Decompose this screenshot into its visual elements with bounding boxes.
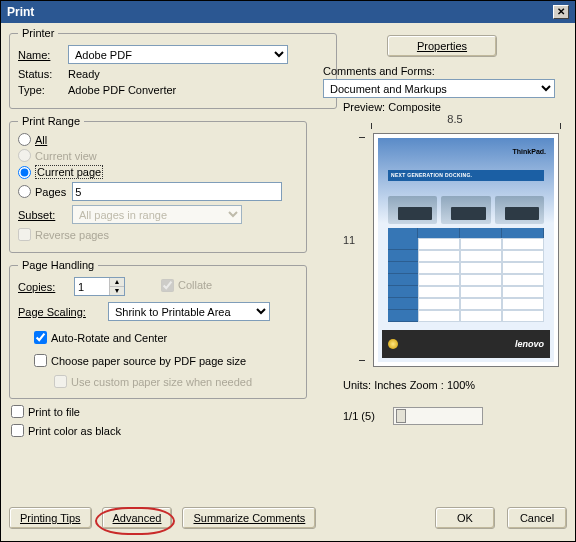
comments-select[interactable]: Document and Markups xyxy=(323,79,555,98)
doc-banner: NEXT GENERATION DOCKING. xyxy=(388,170,544,180)
custom-paper-label: Use custom paper size when needed xyxy=(71,376,252,388)
range-pages-input[interactable] xyxy=(72,182,282,201)
print-range-group: Print Range All Current view Current pag… xyxy=(9,115,307,253)
type-value: Adobe PDF Converter xyxy=(68,84,176,96)
status-label: Status: xyxy=(18,68,62,80)
spinner-up-icon[interactable]: ▲ xyxy=(110,278,124,287)
reverse-pages-check xyxy=(18,228,31,241)
preview-page: ThinkPad. NEXT GENERATION DOCKING. xyxy=(373,133,559,367)
advanced-button[interactable]: Advanced xyxy=(102,507,173,529)
comments-label: Comments and Forms: xyxy=(323,65,561,77)
print-to-file-check[interactable] xyxy=(11,405,24,418)
ok-button[interactable]: OK xyxy=(435,507,495,529)
scaling-select[interactable]: Shrink to Printable Area xyxy=(108,302,270,321)
collate-check xyxy=(161,279,174,292)
copies-input[interactable] xyxy=(75,278,109,295)
subset-select: All pages in range xyxy=(72,205,242,224)
choose-source-check[interactable] xyxy=(34,354,47,367)
print-black-label: Print color as black xyxy=(28,425,121,437)
preview-height: 11 xyxy=(343,234,355,246)
range-pages-radio[interactable] xyxy=(18,185,31,198)
close-button[interactable]: ✕ xyxy=(553,5,569,19)
page-handling-group: Page Handling Copies: ▲▼ Collate Page Sc… xyxy=(9,259,307,399)
handling-legend: Page Handling xyxy=(18,259,98,271)
printer-name-select[interactable]: Adobe PDF xyxy=(68,45,288,64)
preview-panel: Preview: Composite 8.5 11 ThinkPad. NEXT… xyxy=(343,101,567,425)
properties-button[interactable]: Properties xyxy=(387,35,497,57)
range-all-label: All xyxy=(35,134,47,146)
reverse-pages-label: Reverse pages xyxy=(35,229,109,241)
custom-paper-check xyxy=(54,375,67,388)
range-current-view-radio xyxy=(18,149,31,162)
zoom-slider[interactable] xyxy=(393,407,483,425)
copies-spinner[interactable]: ▲▼ xyxy=(74,277,125,296)
preview-label: Preview: Composite xyxy=(343,101,567,113)
bulb-icon xyxy=(388,339,398,349)
units-zoom-label: Units: Inches Zoom : 100% xyxy=(343,379,567,391)
printer-group: Printer Name: Adobe PDF Status: Ready xyxy=(9,27,337,109)
range-current-page-radio[interactable] xyxy=(18,166,31,179)
spinner-down-icon[interactable]: ▼ xyxy=(110,287,124,295)
type-label: Type: xyxy=(18,84,62,96)
page-indicator: 1/1 (5) xyxy=(343,410,375,422)
scaling-label: Page Scaling: xyxy=(18,306,102,318)
name-label: Name: xyxy=(18,49,62,61)
preview-width: 8.5 xyxy=(447,113,462,125)
print-to-file-label: Print to file xyxy=(28,406,80,418)
window-title: Print xyxy=(7,5,34,19)
subset-label: Subset: xyxy=(18,209,66,221)
print-black-check[interactable] xyxy=(11,424,24,437)
titlebar: Print ✕ xyxy=(1,1,575,23)
cancel-button[interactable]: Cancel xyxy=(507,507,567,529)
range-current-page-label: Current page xyxy=(35,165,103,179)
lenovo-logo: lenovo xyxy=(515,339,544,349)
range-legend: Print Range xyxy=(18,115,84,127)
thinkpad-logo: ThinkPad. xyxy=(513,148,546,155)
range-current-view-label: Current view xyxy=(35,150,97,162)
copies-label: Copies: xyxy=(18,281,68,293)
preview-table xyxy=(388,228,544,322)
printer-legend: Printer xyxy=(18,27,58,39)
choose-source-label: Choose paper source by PDF page size xyxy=(51,355,246,367)
range-all-radio[interactable] xyxy=(18,133,31,146)
status-value: Ready xyxy=(68,68,100,80)
print-dialog: Print ✕ Printer Name: Adobe PDF St xyxy=(0,0,576,542)
collate-label: Collate xyxy=(178,279,212,291)
auto-rotate-label: Auto-Rotate and Center xyxy=(51,332,167,344)
summarize-comments-button[interactable]: Summarize Comments xyxy=(182,507,316,529)
auto-rotate-check[interactable] xyxy=(34,331,47,344)
printing-tips-button[interactable]: Printing Tips xyxy=(9,507,92,529)
range-pages-label: Pages xyxy=(35,186,66,198)
